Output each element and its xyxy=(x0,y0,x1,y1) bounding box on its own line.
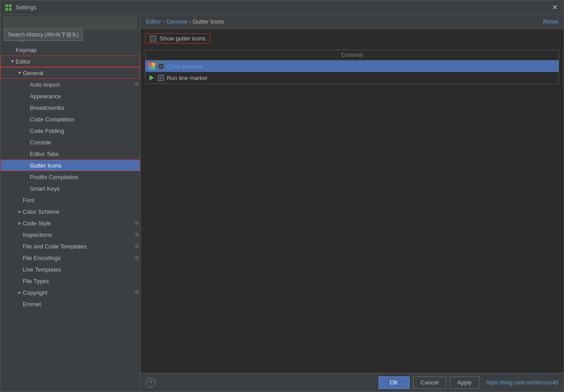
icon-row-color-preview[interactable]: Color preview xyxy=(145,60,559,72)
url-label: https://blog.csdn.net/lincoco49 xyxy=(487,380,558,386)
right-panel: Editor › General › Gutter Icons Reset Sh… xyxy=(141,15,564,392)
svg-rect-1 xyxy=(9,4,12,7)
panel-body: Show gutter icons Common xyxy=(141,29,564,373)
copy-icon: ⧉ xyxy=(133,289,140,296)
arrow-icon: ▼ xyxy=(9,58,16,64)
search-tooltip: Search History (Alt+向下箭头) xyxy=(4,29,83,41)
sidebar-item-file-types[interactable]: File Types xyxy=(0,275,140,287)
sidebar: Search History (Alt+向下箭头) ▶ Appearance &… xyxy=(0,15,141,392)
copy-icon: ⧉ xyxy=(133,231,140,238)
sidebar-item-live-templates[interactable]: Live Templates xyxy=(0,264,140,275)
svg-marker-4 xyxy=(149,75,154,80)
app-icon xyxy=(5,4,12,11)
run-marker-label: Run line marker xyxy=(167,75,208,81)
sidebar-item-code-style[interactable]: ▶ Code Style ⧉ xyxy=(0,217,140,229)
ok-button[interactable]: OK xyxy=(379,376,410,389)
svg-rect-3 xyxy=(9,8,12,11)
show-gutter-checkbox[interactable] xyxy=(150,36,156,42)
run-marker-checkbox[interactable] xyxy=(158,75,164,81)
sidebar-item-console[interactable]: Console xyxy=(0,136,140,148)
breadcrumb-bar: Editor › General › Gutter Icons Reset xyxy=(141,15,564,29)
common-section: Common Color preview xyxy=(145,50,559,84)
sidebar-item-keymap[interactable]: Keymap xyxy=(0,44,140,56)
sidebar-item-code-completion[interactable]: Code Completion xyxy=(0,113,140,125)
arrow-icon xyxy=(16,255,23,261)
arrow-icon xyxy=(16,232,23,238)
arrow-icon: ▶ xyxy=(16,220,23,226)
arrow-icon xyxy=(16,301,23,307)
breadcrumb-current: Gutter Icons xyxy=(193,18,224,25)
sidebar-item-file-code-templates[interactable]: File and Code Templates ⧉ xyxy=(0,240,140,252)
sidebar-item-breadcrumbs[interactable]: Breadcrumbs xyxy=(0,102,140,113)
sidebar-item-code-folding[interactable]: Code Folding xyxy=(0,125,140,136)
search-input[interactable] xyxy=(4,17,137,28)
svg-rect-0 xyxy=(5,4,8,7)
color-preview-label: Color preview xyxy=(167,63,202,70)
arrow-icon xyxy=(24,128,30,134)
search-box: Search History (Alt+向下箭头) xyxy=(0,15,140,31)
arrow-icon: ▶ xyxy=(16,208,23,215)
sidebar-item-appearance[interactable]: Appearance xyxy=(0,90,140,102)
sidebar-item-file-encodings[interactable]: File Encodings ⧉ xyxy=(0,252,140,264)
cancel-button[interactable]: Cancel xyxy=(413,376,446,389)
window-title: Settings xyxy=(16,4,550,11)
sidebar-item-emmet[interactable]: Emmet xyxy=(0,298,140,310)
copy-icon: ⧉ xyxy=(133,243,140,250)
arrow-icon: ▼ xyxy=(16,70,23,76)
common-section-header: Common xyxy=(145,50,559,60)
close-button[interactable]: ✕ xyxy=(550,3,559,12)
main-content: Search History (Alt+向下箭头) ▶ Appearance &… xyxy=(0,15,564,392)
arrow-icon xyxy=(24,104,30,111)
play-icon xyxy=(148,74,155,81)
arrow-icon xyxy=(16,197,23,203)
arrow-icon xyxy=(24,93,30,99)
sidebar-item-auto-import[interactable]: Auto Import ⧉ xyxy=(0,79,140,90)
arrow-icon xyxy=(16,278,23,284)
apply-button[interactable]: Apply xyxy=(450,376,479,389)
reset-button[interactable]: Reset xyxy=(543,18,558,25)
svg-rect-2 xyxy=(5,8,8,11)
color-preview-checkbox[interactable] xyxy=(158,63,164,69)
sidebar-item-copyright[interactable]: ▶ Copyright ⧉ xyxy=(0,287,140,298)
arrow-icon xyxy=(24,174,30,180)
sidebar-item-editor[interactable]: ▼ Editor xyxy=(0,56,140,67)
settings-window: Settings ✕ Search History (Alt+向下箭头) ▶ A… xyxy=(0,0,564,392)
arrow-icon xyxy=(24,81,30,88)
copy-icon: ⧉ xyxy=(133,81,140,88)
breadcrumb-general[interactable]: General xyxy=(166,18,187,25)
show-gutter-label: Show gutter icons xyxy=(160,35,205,42)
arrow-icon xyxy=(24,151,30,157)
sidebar-item-editor-tabs[interactable]: Editor Tabs xyxy=(0,148,140,160)
color-grid-icon xyxy=(148,63,155,70)
sidebar-item-postfix-completion[interactable]: Postfix Completion xyxy=(0,171,140,183)
arrow-icon xyxy=(24,185,30,192)
arrow-icon xyxy=(16,243,23,249)
sidebar-tree: ▶ Appearance & Behavior Keymap ▼ Editor … xyxy=(0,31,140,392)
arrow-icon xyxy=(24,162,30,168)
copy-icon: ⧉ xyxy=(133,254,140,261)
sidebar-item-general[interactable]: ▼ General xyxy=(0,67,140,79)
sidebar-item-smart-keys[interactable]: Smart Keys xyxy=(0,183,140,194)
bottom-bar: ? OK Cancel Apply https://blog.csdn.net/… xyxy=(141,373,564,392)
icon-row-run-line-marker[interactable]: Run line marker xyxy=(145,72,559,84)
sidebar-item-gutter-icons[interactable]: Gutter Icons xyxy=(0,160,140,171)
arrow-icon: ▶ xyxy=(16,289,23,296)
breadcrumb-sep-2: › xyxy=(189,18,191,25)
title-bar: Settings ✕ xyxy=(0,0,564,15)
help-button[interactable]: ? xyxy=(146,378,156,388)
show-gutter-row: Show gutter icons xyxy=(145,33,559,44)
sidebar-item-color-scheme[interactable]: ▶ Color Scheme xyxy=(0,206,140,217)
sidebar-item-font[interactable]: Font xyxy=(0,194,140,206)
copy-icon: ⧉ xyxy=(133,220,140,227)
arrow-icon xyxy=(24,116,30,122)
arrow-icon xyxy=(24,139,30,145)
arrow-icon xyxy=(9,47,16,53)
arrow-icon xyxy=(16,266,23,272)
bottom-right: OK Cancel Apply https://blog.csdn.net/li… xyxy=(379,376,558,389)
sidebar-item-inspections[interactable]: Inspections ⧉ xyxy=(0,229,140,240)
breadcrumb-editor[interactable]: Editor xyxy=(146,18,161,25)
breadcrumb-sep-1: › xyxy=(163,18,165,25)
